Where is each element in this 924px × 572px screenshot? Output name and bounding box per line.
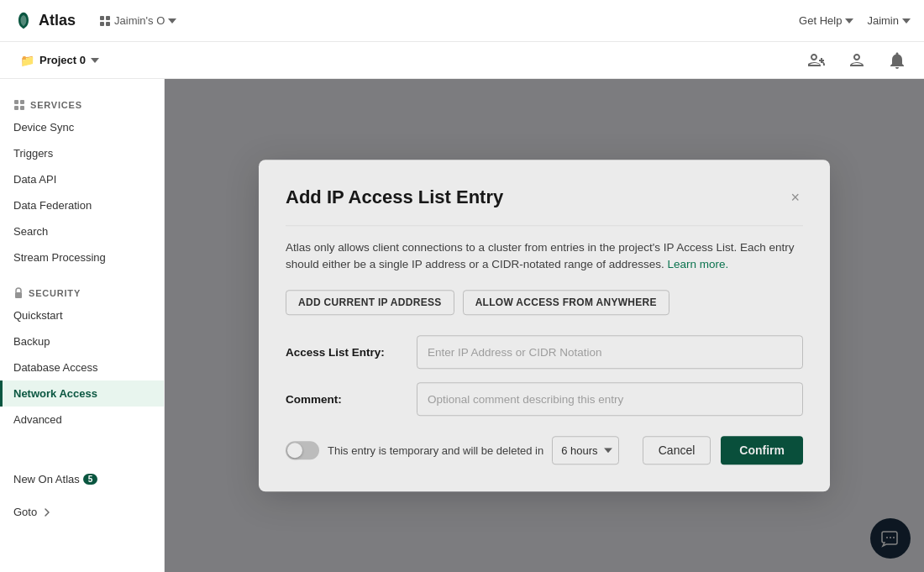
modal-learn-more-link[interactable]: Learn more. <box>668 258 729 270</box>
logo: Atlas <box>13 11 76 31</box>
sidebar: SERVICES Device Sync Triggers Data API D… <box>0 79 165 572</box>
user-menu-button[interactable]: Jaimin <box>867 14 911 27</box>
security-section-label: SECURITY <box>0 281 164 302</box>
svg-rect-3 <box>106 22 110 26</box>
toggle-knob <box>287 443 302 458</box>
atlas-logo-icon <box>13 11 34 31</box>
modal-fields: Access List Entry: Comment: <box>286 335 803 416</box>
secondary-nav: 📁 Project 0 <box>0 42 924 79</box>
sidebar-search-label: Search <box>13 225 48 238</box>
sidebar-triggers-label: Triggers <box>13 147 53 160</box>
sidebar-item-search[interactable]: Search <box>0 218 164 244</box>
sidebar-device-sync-label: Device Sync <box>13 121 74 134</box>
logo-text: Atlas <box>39 12 76 29</box>
allow-access-anywhere-button[interactable]: ALLOW ACCESS FROM ANYWHERE <box>463 290 669 315</box>
notifications-button[interactable] <box>884 47 911 74</box>
comment-label: Comment: <box>286 393 403 406</box>
svg-rect-5 <box>20 100 24 104</box>
toggle-label: This entry is temporary and will be dele… <box>328 444 543 457</box>
user-chevron-icon <box>902 18 911 24</box>
modal-title: Add IP Access List Entry <box>286 186 503 208</box>
add-ip-modal: Add IP Access List Entry × Atlas only al… <box>259 160 830 492</box>
goto-label: Goto <box>13 506 37 518</box>
svg-rect-7 <box>20 106 24 110</box>
confirm-button[interactable]: Confirm <box>721 436 803 464</box>
svg-rect-0 <box>100 16 104 20</box>
modal-quick-buttons: ADD CURRENT IP ADDRESS ALLOW ACCESS FROM… <box>286 290 803 315</box>
temporary-entry-toggle-wrapper: This entry is temporary and will be dele… <box>286 436 633 464</box>
svg-rect-4 <box>14 100 18 104</box>
goto-chevron-icon <box>42 507 52 517</box>
sidebar-item-network-access[interactable]: Network Access <box>0 380 164 407</box>
sidebar-item-quickstart[interactable]: Quickstart <box>0 302 164 328</box>
sidebar-item-advanced[interactable]: Advanced <box>0 407 164 433</box>
sidebar-item-triggers[interactable]: Triggers <box>0 140 164 166</box>
top-nav: Atlas Jaimin's O Get Help Jaimin <box>0 0 924 42</box>
sidebar-item-database-access[interactable]: Database Access <box>0 354 164 380</box>
services-section-label: SERVICES <box>0 92 164 114</box>
access-list-entry-row: Access List Entry: <box>286 335 803 369</box>
new-on-atlas-item[interactable]: New On Atlas 5 <box>0 466 164 492</box>
goto-item[interactable]: Goto <box>0 492 164 532</box>
org-name: Jaimin's O <box>114 14 165 27</box>
svg-rect-2 <box>100 22 104 26</box>
main-layout: SERVICES Device Sync Triggers Data API D… <box>0 79 924 572</box>
sidebar-data-federation-label: Data Federation <box>13 199 92 212</box>
sidebar-item-data-api[interactable]: Data API <box>0 166 164 192</box>
sidebar-item-device-sync[interactable]: Device Sync <box>0 114 164 140</box>
new-on-atlas-badge: 5 <box>83 474 98 485</box>
modal-close-button[interactable]: × <box>787 186 803 208</box>
add-current-ip-button[interactable]: ADD CURRENT IP ADDRESS <box>286 290 454 315</box>
project-chevron-icon <box>91 58 99 63</box>
svg-rect-1 <box>106 16 110 20</box>
invite-users-icon <box>808 53 825 68</box>
services-icon <box>13 99 25 111</box>
sidebar-item-data-federation[interactable]: Data Federation <box>0 192 164 218</box>
main-content: Add an IP address Configure which IP add… <box>165 79 924 572</box>
project-selector[interactable]: 📁 Project 0 <box>13 50 106 71</box>
get-help-chevron-icon <box>845 18 853 24</box>
get-help-label: Get Help <box>799 14 842 27</box>
sidebar-quickstart-label: Quickstart <box>13 309 63 322</box>
user-name: Jaimin <box>867 14 899 27</box>
get-help-button[interactable]: Get Help <box>799 14 853 27</box>
folder-icon: 📁 <box>20 54 34 67</box>
project-name: Project 0 <box>39 54 86 66</box>
modal-description: Atlas only allows client connections to … <box>286 225 803 274</box>
nav-right: Get Help Jaimin <box>799 14 911 27</box>
cancel-button[interactable]: Cancel <box>643 436 711 464</box>
sidebar-advanced-label: Advanced <box>13 413 62 426</box>
sidebar-backup-label: Backup <box>13 335 50 348</box>
svg-rect-8 <box>15 292 22 298</box>
org-chevron-icon <box>168 18 176 24</box>
notifications-icon <box>890 52 905 69</box>
temporary-entry-toggle[interactable] <box>286 441 319 459</box>
access-list-entry-input[interactable] <box>417 335 803 369</box>
access-list-entry-label: Access List Entry: <box>286 346 403 359</box>
comment-input[interactable] <box>417 382 803 416</box>
sidebar-data-api-label: Data API <box>13 173 56 186</box>
sidebar-database-access-label: Database Access <box>13 361 97 374</box>
team-button[interactable] <box>843 47 870 74</box>
sidebar-item-stream-processing[interactable]: Stream Processing <box>0 244 164 270</box>
new-on-atlas-label: New On Atlas <box>13 473 80 485</box>
invite-users-button[interactable] <box>803 47 830 74</box>
org-selector[interactable]: Jaimin's O <box>92 11 183 30</box>
sidebar-stream-processing-label: Stream Processing <box>13 251 106 264</box>
comment-row: Comment: <box>286 382 803 416</box>
secondary-icons <box>803 47 911 74</box>
team-icon <box>848 53 865 68</box>
sidebar-network-access-label: Network Access <box>13 387 97 400</box>
lock-icon <box>13 287 24 299</box>
modal-footer: This entry is temporary and will be dele… <box>286 436 803 464</box>
svg-rect-6 <box>14 106 18 110</box>
modal-header: Add IP Access List Entry × <box>286 186 803 208</box>
sidebar-item-backup[interactable]: Backup <box>0 328 164 354</box>
time-select[interactable]: 6 hours 1 day 1 week <box>552 436 619 464</box>
org-icon <box>99 15 111 27</box>
